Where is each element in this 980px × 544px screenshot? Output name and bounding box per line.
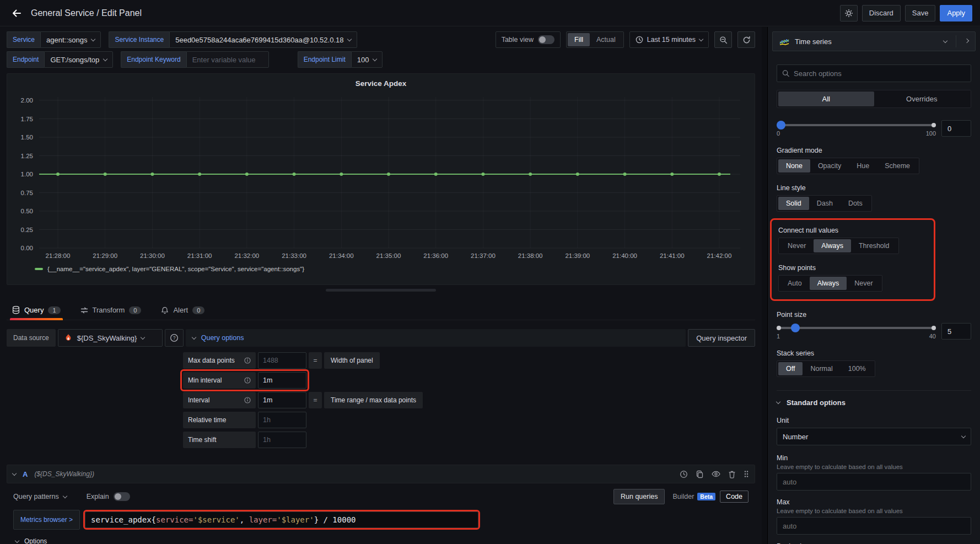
stack-normal[interactable]: Normal xyxy=(803,362,840,375)
run-queries-button[interactable]: Run queries xyxy=(613,489,665,504)
chevron-down-icon xyxy=(191,335,196,339)
options-search[interactable] xyxy=(777,64,971,82)
tab-alert[interactable]: Alert 0 xyxy=(159,303,207,320)
panel-settings-button[interactable] xyxy=(840,5,858,21)
fill-option[interactable]: Fill xyxy=(568,33,590,46)
gradient-opacity[interactable]: Opacity xyxy=(810,159,849,173)
datasource-help-button[interactable]: ? xyxy=(165,329,184,347)
min-interval-highlight: Min interval xyxy=(180,369,309,391)
line-style-dash[interactable]: Dash xyxy=(809,197,841,210)
svg-text:21:33:00: 21:33:00 xyxy=(282,252,306,259)
endpoint-keyword-variable: Endpoint Keyword xyxy=(121,51,268,68)
show-points-never[interactable]: Never xyxy=(847,277,880,290)
min-input[interactable] xyxy=(777,473,971,491)
slider-handle[interactable] xyxy=(777,121,785,130)
chart-legend[interactable]: {__name__="service_apdex", layer="GENERA… xyxy=(9,263,752,275)
discard-button[interactable]: Discard xyxy=(862,5,901,21)
query-history-button[interactable] xyxy=(680,470,688,478)
code-option[interactable]: Code xyxy=(720,491,749,503)
chevron-right-icon[interactable] xyxy=(965,38,969,42)
tab-transform[interactable]: Transform 0 xyxy=(78,303,144,320)
connect-nulls-always[interactable]: Always xyxy=(814,239,851,252)
svg-text:21:36:00: 21:36:00 xyxy=(423,252,448,259)
drag-query-handle[interactable] xyxy=(744,470,749,478)
time-shift-input[interactable] xyxy=(258,432,306,448)
line-style-dots[interactable]: Dots xyxy=(841,197,870,210)
visualization-picker[interactable]: Time series xyxy=(772,31,976,51)
svg-text:21:42:00: 21:42:00 xyxy=(707,252,732,259)
bell-icon xyxy=(161,306,169,314)
stack-off[interactable]: Off xyxy=(778,362,803,375)
svg-text:21:40:00: 21:40:00 xyxy=(612,252,637,259)
time-range-picker[interactable]: Last 15 minutes xyxy=(629,31,709,48)
point-size-slider[interactable]: 1 40 xyxy=(777,323,936,340)
max-data-points-input[interactable] xyxy=(258,352,306,369)
gradient-scheme[interactable]: Scheme xyxy=(877,159,918,173)
save-button[interactable]: Save xyxy=(905,5,936,21)
line-style-solid[interactable]: Solid xyxy=(778,197,809,210)
min-interval-input[interactable] xyxy=(258,372,306,389)
builder-option[interactable]: Builder Beta xyxy=(672,493,715,500)
max-label: Max xyxy=(777,498,971,506)
unit-select[interactable]: Number xyxy=(777,428,971,445)
service-instance-select[interactable]: 5eed0e5758a244aca6e7699415d360aa@10.52.0… xyxy=(169,31,357,48)
duplicate-query-button[interactable] xyxy=(696,470,704,478)
connect-nulls-threshold[interactable]: Threshold xyxy=(851,239,897,252)
zoom-out-button[interactable] xyxy=(714,31,732,48)
service-select[interactable]: agent::songs xyxy=(40,31,101,48)
svg-text:21:31:00: 21:31:00 xyxy=(187,252,212,259)
endpoint-select[interactable]: GET:/songs/top xyxy=(44,51,113,68)
connect-null-values-group: Never Always Threshold xyxy=(778,238,899,254)
gradient-hue[interactable]: Hue xyxy=(849,159,877,173)
promql-expression-input[interactable]: service_apdex{service='$service', layer=… xyxy=(85,511,478,528)
endpoint-limit-select[interactable]: 100 xyxy=(351,51,383,68)
max-data-points-row: Max data points = Width of panel xyxy=(183,352,755,369)
main-area: Service agent::songs Service Instance 5e… xyxy=(0,27,762,544)
delete-query-button[interactable] xyxy=(728,470,736,478)
relative-time-input[interactable] xyxy=(258,412,306,428)
connect-nulls-never[interactable]: Never xyxy=(780,239,814,252)
fill-opacity-slider[interactable]: 0 100 xyxy=(777,120,936,137)
explain-toggle[interactable]: Explain xyxy=(87,492,130,501)
query-patterns-select[interactable]: Query patterns xyxy=(13,493,67,500)
show-points-always[interactable]: Always xyxy=(810,277,847,290)
table-view-toggle[interactable]: Table view xyxy=(496,31,561,48)
show-points-auto[interactable]: Auto xyxy=(780,277,810,290)
refresh-button[interactable] xyxy=(737,31,755,48)
metrics-browser-button[interactable]: Metrics browser > xyxy=(13,510,80,530)
tab-query[interactable]: Query 1 xyxy=(10,303,63,320)
eye-icon xyxy=(712,471,720,477)
interval-label: Interval xyxy=(183,392,256,408)
options-search-input[interactable] xyxy=(794,69,966,78)
explain-switch[interactable] xyxy=(114,492,130,501)
apply-button[interactable]: Apply xyxy=(940,5,972,21)
stack-100[interactable]: 100% xyxy=(841,362,874,375)
gradient-mode-group: None Opacity Hue Scheme xyxy=(777,158,919,174)
datasource-picker[interactable]: ${DS_SkyWalking} xyxy=(58,329,163,347)
time-series-chart[interactable]: 2.001.751.501.251.000.750.500.250.0021:2… xyxy=(9,90,751,261)
query-options-header[interactable]: Query options xyxy=(186,329,686,347)
standard-options-header[interactable]: Standard options xyxy=(777,398,971,407)
interval-input[interactable] xyxy=(258,392,306,408)
svg-text:0.25: 0.25 xyxy=(21,227,33,233)
query-options-footer[interactable]: Options xyxy=(7,537,755,544)
query-row-header[interactable]: A (${DS_SkyWalking}) xyxy=(7,465,755,483)
chevron-down-icon xyxy=(15,538,19,542)
toggle-query-visibility-button[interactable] xyxy=(712,471,720,477)
gradient-none[interactable]: None xyxy=(778,159,810,173)
tab-overrides[interactable]: Overrides xyxy=(874,91,970,106)
back-button[interactable] xyxy=(8,4,25,22)
actual-option[interactable]: Actual xyxy=(590,33,622,46)
max-input[interactable] xyxy=(777,517,971,535)
tab-all[interactable]: All xyxy=(778,91,874,106)
point-size-control: 1 40 5 xyxy=(777,323,971,340)
slider-handle[interactable] xyxy=(791,324,800,332)
point-size-value[interactable]: 5 xyxy=(941,323,971,340)
service-instance-variable: Service Instance 5eed0e5758a244aca6e7699… xyxy=(109,31,357,48)
fill-opacity-value[interactable]: 0 xyxy=(941,120,971,137)
panel-resize-handle[interactable] xyxy=(326,289,436,292)
query-inspector-button[interactable]: Query inspector xyxy=(688,329,755,347)
table-view-switch[interactable] xyxy=(538,35,554,44)
endpoint-keyword-input[interactable] xyxy=(186,51,269,68)
svg-text:21:32:00: 21:32:00 xyxy=(234,252,259,259)
